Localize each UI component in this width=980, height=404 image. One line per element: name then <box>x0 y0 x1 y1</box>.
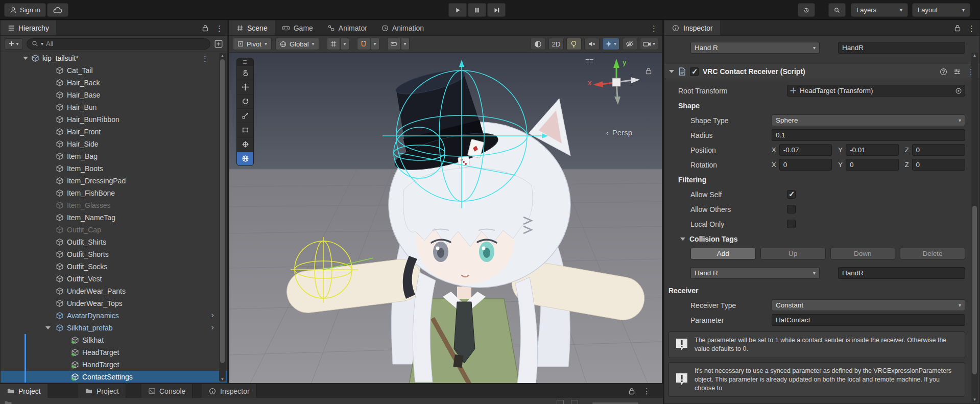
pivot-mode-dropdown[interactable]: Pivot ▾ <box>233 38 272 50</box>
lock-icon[interactable] <box>628 387 636 395</box>
cloud-button[interactable] <box>47 3 68 17</box>
collision-tag-dropdown[interactable]: Hand R▾ <box>690 267 820 279</box>
tab-console[interactable]: Console <box>141 384 193 398</box>
position-x-field[interactable]: -0.07 <box>779 144 832 156</box>
hand-target-dropdown[interactable]: Hand R▾ <box>690 42 820 54</box>
hierarchy-root-row[interactable]: kip_tailsuit* ⋮ <box>1 52 227 64</box>
hierarchy-item[interactable]: Item_Glasses <box>1 199 227 211</box>
rect-tool[interactable] <box>237 123 253 137</box>
search-button[interactable] <box>828 3 846 17</box>
scroll-up-icon[interactable]: ▲ <box>971 53 978 58</box>
tab-inspector-bottom[interactable]: Inspector <box>202 384 257 398</box>
hierarchy-item[interactable]: Outfit_Shorts <box>1 248 227 260</box>
position-y-field[interactable]: -0.01 <box>846 144 899 156</box>
layout-dropdown[interactable]: Layout ▾ <box>912 3 970 17</box>
2d-toggle-button[interactable]: 2D <box>548 38 564 50</box>
scale-tool[interactable] <box>237 108 253 123</box>
sign-in-button[interactable]: Sign in <box>4 3 46 17</box>
tab-hierarchy[interactable]: Hierarchy <box>1 20 56 35</box>
hierarchy-item[interactable]: Hair_Side <box>1 138 227 150</box>
foldout-open-icon[interactable] <box>23 57 28 60</box>
hierarchy-item-selected[interactable]: ContactSettings <box>1 371 227 383</box>
tab-animator[interactable]: Animator <box>320 20 374 35</box>
rotation-y-field[interactable]: 0 <box>846 159 899 171</box>
project-dock-tab[interactable]: Project <box>0 384 47 398</box>
kebab-menu-icon[interactable]: ⋮ <box>650 25 658 32</box>
hierarchy-item-added[interactable]: Silkhat <box>1 334 227 346</box>
pick-window-icon[interactable] <box>214 39 223 49</box>
scene-effects-dropdown[interactable]: ▾ <box>602 38 619 50</box>
transform-tool[interactable] <box>237 137 253 151</box>
hierarchy-item[interactable]: Item_Bag <box>1 150 227 162</box>
hierarchy-item[interactable]: Hair_Back <box>1 77 227 89</box>
shape-type-dropdown[interactable]: Sphere▾ <box>772 114 965 126</box>
view-hand-tool[interactable] <box>237 65 253 80</box>
hierarchy-item[interactable]: Item_Boots <box>1 162 227 175</box>
receiver-type-dropdown[interactable]: Constant▾ <box>772 299 965 311</box>
audio-mute-button[interactable] <box>584 38 600 50</box>
foldout-open-icon[interactable] <box>45 326 51 329</box>
local-only-checkbox[interactable] <box>787 220 796 228</box>
handle-rotation-dropdown[interactable]: Global ▾ <box>275 38 319 50</box>
step-button[interactable] <box>487 3 506 17</box>
object-picker-icon[interactable] <box>955 87 962 94</box>
tab-scene[interactable]: Scene <box>229 20 275 35</box>
tab-animation[interactable]: Animation <box>374 20 431 35</box>
snap-dropdown-button[interactable]: ▾ <box>371 38 379 50</box>
perspective-toggle[interactable]: ‹Persp <box>606 128 632 137</box>
scroll-down-icon[interactable]: ▼ <box>971 397 978 402</box>
scene-viewport[interactable]: y x ☰ ≡≡ ‹Persp <box>229 53 662 383</box>
pause-button[interactable] <box>468 3 486 17</box>
gizmo-lock-icon[interactable] <box>644 67 653 75</box>
rotation-x-field[interactable]: 0 <box>779 159 832 171</box>
hierarchy-item[interactable]: Item_FishBone <box>1 187 227 199</box>
hierarchy-item-prefab[interactable]: Silkhat_prefab› <box>1 322 227 334</box>
scrollbar-thumb[interactable] <box>972 206 977 374</box>
hierarchy-scrollbar[interactable]: ▲ ▼ <box>219 53 226 382</box>
hierarchy-item-prefab[interactable]: AvatarDynamics› <box>1 310 227 322</box>
hierarchy-search-input[interactable]: ▾ All <box>27 38 210 50</box>
hierarchy-item[interactable]: Hair_Front <box>1 126 227 138</box>
rotate-tool[interactable] <box>237 94 253 108</box>
kebab-menu-icon[interactable]: ⋮ <box>216 25 223 32</box>
custom-editor-tool[interactable] <box>237 151 253 165</box>
hierarchy-item[interactable]: UnderWear_Pants <box>1 285 227 297</box>
move-tag-down-button[interactable]: Down <box>830 248 896 259</box>
presets-icon[interactable] <box>953 68 961 76</box>
increment-snap-dropdown[interactable]: ▾ <box>401 38 410 50</box>
scroll-up-icon[interactable]: ▲ <box>219 53 226 58</box>
scrollbar-thumb[interactable] <box>220 59 225 363</box>
hand-target-name-field[interactable]: HandR <box>838 42 965 54</box>
scene-camera-dropdown[interactable]: ▾ <box>640 38 658 50</box>
add-tag-button[interactable]: Add <box>690 248 756 259</box>
scene-visibility-button[interactable] <box>622 38 637 50</box>
hierarchy-item[interactable]: Outfit_Vest <box>1 273 227 285</box>
hierarchy-item[interactable]: Outfit_Shirts <box>1 236 227 248</box>
play-button[interactable] <box>448 3 467 17</box>
help-icon[interactable] <box>940 68 947 76</box>
hierarchy-item-added[interactable]: HandTarget <box>1 359 227 371</box>
tab-game[interactable]: Game <box>275 20 320 35</box>
increment-snap-button[interactable] <box>387 38 400 50</box>
hierarchy-item[interactable]: Outfit_Cap <box>1 224 227 236</box>
collision-tag-name-field[interactable]: HandR <box>838 267 965 279</box>
root-transform-object-field[interactable]: HeadTarget (Transform) <box>787 85 965 97</box>
allow-self-checkbox[interactable] <box>787 190 796 199</box>
lock-icon[interactable] <box>953 24 962 32</box>
open-prefab-chevron-icon[interactable]: › <box>211 322 214 332</box>
hierarchy-item[interactable]: Hair_Base <box>1 89 227 101</box>
foldout-open-icon[interactable] <box>669 70 674 73</box>
move-tool[interactable] <box>237 80 253 94</box>
layers-dropdown[interactable]: Layers ▾ <box>851 3 908 17</box>
radius-field[interactable]: 0.1 <box>772 129 965 141</box>
position-z-field[interactable]: 0 <box>912 144 965 156</box>
hierarchy-item[interactable]: Item_DressingPad <box>1 175 227 187</box>
kebab-menu-icon[interactable]: ⋮ <box>643 387 651 395</box>
scroll-down-icon[interactable]: ▼ <box>219 376 226 382</box>
kebab-menu-icon[interactable]: ⋮ <box>201 55 209 62</box>
tab-inspector[interactable]: Inspector <box>664 20 720 35</box>
palette-drag-handle[interactable]: ☰ <box>237 58 253 65</box>
rotation-z-field[interactable]: 0 <box>912 159 965 171</box>
component-header[interactable]: VRC Contact Receiver (Script) ⋮ <box>664 64 979 79</box>
hierarchy-item[interactable]: Outfit_Socks <box>1 260 227 273</box>
